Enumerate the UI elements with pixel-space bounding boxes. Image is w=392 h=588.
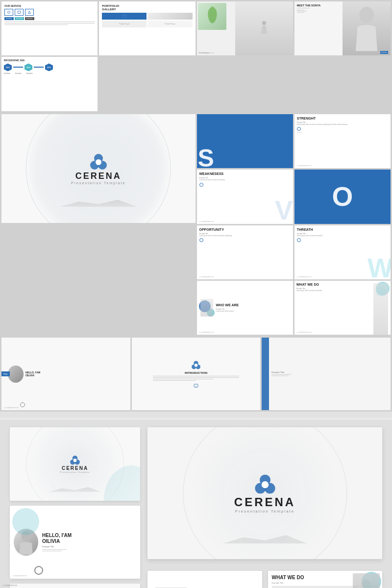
preview-cerena-small[interactable]: CERENA Presentation Template (10, 427, 140, 501)
text-here-sm: Text Here (297, 132, 388, 133)
preview-hello-slide[interactable]: HELLO, I'AM OILIVIA Example Title ▲ comp… (10, 506, 140, 579)
preview-hello-role: Example Title (42, 545, 72, 548)
intro-title: INTRODUCTION (185, 371, 207, 374)
threath-title: THREATH (297, 228, 388, 231)
bottom-thumb-row: Key HELLO, I'AM OILIVIA ▲ companyname.co… (0, 336, 392, 412)
preview-cerena-content-sm: CERENA Presentation Template (60, 455, 90, 473)
hex-labels: Text Here Text Here Text Here (4, 73, 95, 74)
our-service-icons (4, 9, 95, 16)
preview-main-cerena-slide[interactable]: CERENA Presentation Template (147, 427, 382, 559)
hello-name: OILIVIA (25, 374, 40, 377)
preview-main-name: CERENA (234, 495, 295, 509)
who-we-are-title: WHO WE ARE (216, 303, 239, 307)
thumb-portfolio[interactable]: PORTFOLIOGALLERY Portfolio Project Portf… (99, 1, 195, 55)
search-icon-w (199, 183, 203, 187)
intro-thumb[interactable]: INTRODUCTION ▲ companyname.com (132, 338, 261, 410)
meet-sonya-title: MEET THE SONYA (297, 4, 320, 7)
svg-rect-2 (122, 15, 126, 18)
preview-right-col: CERENA Presentation Template (147, 427, 382, 588)
preview-what-photo (353, 573, 380, 588)
port-thumb-2 (147, 13, 192, 20)
threath-body: Lorem ipsum dolor sit amet consectetur. (297, 235, 388, 237)
preview-intro-slide[interactable]: INTRODUCTION ▲ companyname.com (10, 584, 140, 588)
service-buttons: Text Here Text Here Text Here (4, 17, 95, 20)
svg-point-29 (261, 481, 269, 489)
v-letter: V (275, 197, 293, 224)
what-we-do-slide[interactable]: WHAT WE DO Example Title Lorem ipsum dol… (294, 281, 391, 335)
hello-text-area: HELLO, I'AM OILIVIA (25, 371, 40, 377)
svg-point-31 (361, 580, 371, 588)
weaknesess-slide[interactable]: WEAKNESESS Example Title Lorem ipsum dol… (197, 170, 293, 223)
plant-photo (235, 1, 293, 55)
intro-trefoil-icon (191, 360, 201, 370)
svg-point-3 (262, 21, 266, 25)
logo-bar-who: ▲ companyname.com (199, 331, 214, 333)
middle-grid: CERENA Presentation Template S STRENGHT … (0, 113, 392, 337)
port-thumb-1 (102, 13, 147, 20)
btn-text-here-1: Text Here (4, 17, 14, 20)
cerena-subtitle: Presentation Template (71, 181, 126, 185)
logo-bar-1: ▲ companyname.com (199, 52, 214, 54)
port-thumb-4: Portfolio Project (147, 21, 192, 27)
who-photo (200, 299, 213, 317)
search-icon-hello (20, 402, 25, 407)
search-icon-sm (297, 127, 301, 131)
portfolio-thumbnails: Portfolio Project Portfolio Project (102, 13, 192, 27)
thumb-our-service[interactable]: OUR SERVICE Text Here Text Here Text Her… (1, 1, 98, 55)
who-we-are-slide[interactable]: WHO WE ARE Example Title Lorem ipsum dol… (197, 281, 293, 335)
preview-intro-logo: ▲ companyname.com (10, 584, 17, 586)
hex-bar-1 (13, 67, 23, 68)
strenght-title: STRENGHT (297, 117, 388, 120)
logo-bar-what: ▲ companyname.com (297, 331, 312, 333)
svg-point-0 (8, 11, 10, 14)
hello-avatar (8, 366, 24, 383)
preview-hello-name: OILIVIA (42, 539, 72, 544)
hex-3: 25% (45, 63, 53, 71)
s-letter-slide[interactable]: S (197, 114, 293, 168)
svg-point-12 (195, 364, 197, 367)
preview-main-subtitle: Presentation Template (235, 509, 294, 514)
cerena-logo: CERENA Presentation Template (71, 152, 126, 185)
w-bg-letter: W (368, 255, 391, 279)
filler-thumb: Example Title (262, 338, 391, 410)
hello-thumb[interactable]: Key HELLO, I'AM OILIVIA ▲ companyname.co… (1, 338, 130, 410)
preview-logo-bar: ▲ companyname.com (12, 575, 27, 577)
what-photo (373, 283, 388, 335)
preview-hello-circle (12, 508, 39, 535)
o-letter-slide[interactable]: O (294, 170, 391, 223)
search-icon-t (297, 238, 301, 242)
threath-slide[interactable]: THREATH Example Title Lorem ipsum dolor … (294, 225, 391, 279)
preview-who-slide[interactable]: WHO WE ARE Example Title Text Here ▲ com… (147, 571, 262, 588)
intro-device-icon (194, 383, 198, 388)
large-preview-section: CERENA Presentation Template HELLO, I'AM… (0, 420, 392, 588)
thumb-infographic[interactable]: INFOGRAPHIC ANA 25% 25% 25% Text Here Te… (1, 57, 98, 111)
logo-bar-o: ▲ companyname.com (199, 276, 214, 278)
preview-cerena-sub-sm: Presentation Template (60, 471, 90, 473)
preview-trefoil-sm (69, 455, 81, 466)
preview-main-trefoil (253, 473, 277, 495)
cerena-title: CERENA (75, 171, 122, 181)
trefoil-icon (89, 152, 108, 171)
separator-1 (0, 412, 392, 417)
opportunity-slide[interactable]: OPPORTUNITY Example Title Lorem ipsum do… (197, 225, 293, 279)
plant-element (198, 3, 227, 30)
portfolio-title: PORTFOLIOGALLERY (102, 4, 192, 11)
preview-what-slide[interactable]: WHAT WE DO Example Title Text Here (268, 571, 382, 588)
strenght-slide[interactable]: STRENGHT Example Title Lorem ipsum dolor… (294, 114, 391, 168)
thumb-plant[interactable]: Portfolio Project ▲ companyname.com (197, 1, 293, 55)
intro-icon-area (194, 383, 198, 388)
o-letter: O (332, 183, 353, 210)
hex-1: 25% (4, 63, 12, 71)
logo-bar-t: ▲ companyname.com (297, 276, 312, 278)
svg-rect-1 (18, 11, 21, 14)
thumb-meet-sonya[interactable]: MEET THE SONYA Example Title Flip Here (294, 1, 391, 55)
who-body: Lorem ipsum dolor sit amet. (216, 310, 239, 312)
port-thumb-3: Portfolio Project (102, 21, 147, 27)
side-accent (262, 338, 269, 410)
hello-preview-text: HELLO, I'AM OILIVIA Example Title (42, 533, 72, 552)
cerena-main-slide[interactable]: CERENA Presentation Template (1, 114, 196, 223)
hex-bar-2 (34, 67, 44, 68)
top-thumbnail-grid: OUR SERVICE Text Here Text Here Text Her… (0, 0, 392, 113)
search-icon-o (199, 238, 203, 242)
our-service-title: OUR SERVICE (4, 4, 95, 7)
